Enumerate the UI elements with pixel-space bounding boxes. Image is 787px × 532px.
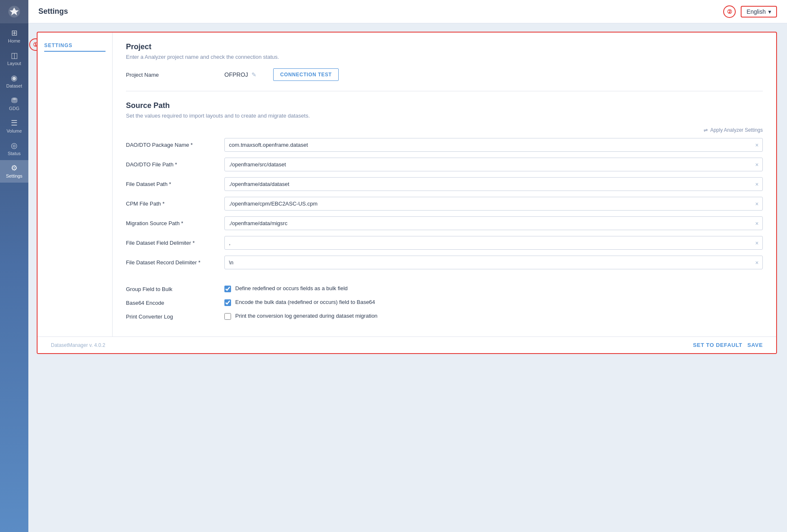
field-delimiter-label: File Dataset Field Delimiter * <box>126 240 218 246</box>
apply-analyzer-settings[interactable]: ⇌ Apply Analyzer Settings <box>126 127 763 133</box>
sidebar-item-label: Status <box>8 151 20 156</box>
source-path-section-title: Source Path <box>126 101 763 110</box>
base64-encode-checkbox[interactable] <box>224 299 231 306</box>
dropdown-arrow-icon: ▾ <box>768 8 771 15</box>
language-selector[interactable]: English ▾ <box>741 6 777 18</box>
dataset-icon: ◉ <box>11 74 18 82</box>
footer-buttons: SET TO DEFAULT SAVE <box>693 342 763 348</box>
left-nav: SETTINGS <box>38 33 113 336</box>
file-dataset-path-row: File Dataset Path * × <box>126 177 763 191</box>
group-field-bulk-label: Group Field to Bulk <box>126 285 218 292</box>
print-converter-log-checkbox[interactable] <box>224 313 231 320</box>
main-area: Settings ② English ▾ ① SETTINGS <box>28 0 787 532</box>
connection-test-button[interactable]: CONNECTION TEST <box>273 68 339 81</box>
settings-content: Project Enter a Analyzer project name an… <box>113 33 776 336</box>
sidebar-logo <box>0 0 28 23</box>
settings-icon: ⚙ <box>11 164 18 172</box>
group-field-bulk-desc: Define redefined or occurs fields as a b… <box>235 285 348 291</box>
migration-source-path-label: Migration Source Path * <box>126 220 218 226</box>
sidebar-item-home[interactable]: ⊞ Home <box>0 25 28 48</box>
print-converter-log-desc: Print the conversion log generated durin… <box>235 313 377 319</box>
project-section-desc: Enter a Analyzer project name and check … <box>126 54 763 60</box>
migration-source-path-clear-icon[interactable]: × <box>755 221 759 226</box>
home-icon: ⊞ <box>11 29 18 37</box>
cpm-file-path-row: CPM File Path * × <box>126 197 763 211</box>
field-delimiter-input-wrap: × <box>224 236 763 250</box>
record-delimiter-label: File Dataset Record Delimiter * <box>126 259 218 266</box>
migration-source-path-input-wrap: × <box>224 216 763 230</box>
page-title: Settings <box>38 7 68 16</box>
group-field-bulk-right: Define redefined or occurs fields as a b… <box>224 285 348 292</box>
sidebar-item-label: Home <box>8 38 20 43</box>
file-dataset-path-input[interactable] <box>224 177 763 191</box>
sidebar-item-status[interactable]: ◎ Status <box>0 138 28 160</box>
set-to-default-button[interactable]: SET TO DEFAULT <box>693 342 742 348</box>
gdg-icon: ⛃ <box>11 97 18 104</box>
spacer <box>126 275 763 285</box>
cpm-file-path-input[interactable] <box>224 197 763 211</box>
base64-encode-row: Base64 Encode Encode the bulk data (rede… <box>126 299 763 306</box>
topbar: Settings ② English ▾ <box>28 0 787 23</box>
edit-project-name-icon[interactable]: ✎ <box>251 71 256 78</box>
dao-dto-filepath-clear-icon[interactable]: × <box>755 162 759 168</box>
field-delimiter-input[interactable] <box>224 236 763 250</box>
base64-encode-desc: Encode the bulk data (redefined or occur… <box>235 299 375 305</box>
layout-icon: ◫ <box>11 52 18 59</box>
record-delimiter-input-wrap: × <box>224 256 763 269</box>
sidebar-item-label: GDG <box>9 106 19 111</box>
project-name-value-group: OFPROJ ✎ CONNECTION TEST <box>224 68 339 81</box>
project-name-row: Project Name OFPROJ ✎ CONNECTION TEST <box>126 68 763 81</box>
apply-analyzer-icon: ⇌ <box>704 127 708 133</box>
panel-footer: DatasetManager v. 4.0.2 SET TO DEFAULT S… <box>38 336 776 353</box>
badge-2: ② <box>723 5 736 18</box>
dao-dto-package-label: DAO/DTO Package Name * <box>126 142 218 148</box>
dao-dto-package-row: DAO/DTO Package Name * × <box>126 138 763 152</box>
project-name-value: OFPROJ <box>224 71 248 78</box>
sidebar-item-layout[interactable]: ◫ Layout <box>0 48 28 70</box>
dao-dto-filepath-input-wrap: × <box>224 158 763 171</box>
field-delimiter-row: File Dataset Field Delimiter * × <box>126 236 763 250</box>
dao-dto-filepath-label: DAO/DTO File Path * <box>126 161 218 168</box>
migration-source-path-row: Migration Source Path * × <box>126 216 763 230</box>
dao-dto-package-input-wrap: × <box>224 138 763 152</box>
cpm-file-path-input-wrap: × <box>224 197 763 211</box>
base64-encode-label: Base64 Encode <box>126 299 218 306</box>
sidebar: ⊞ Home ◫ Layout ◉ Dataset ⛃ GDG ☰ Volume… <box>0 0 28 532</box>
version-label: DatasetManager v. 4.0.2 <box>51 342 106 348</box>
main-panel: SETTINGS Project Enter a Analyzer projec… <box>37 32 777 354</box>
status-icon: ◎ <box>11 142 18 149</box>
save-button[interactable]: SAVE <box>747 342 763 348</box>
panel-inner: SETTINGS Project Enter a Analyzer projec… <box>38 33 776 336</box>
dao-dto-package-input[interactable] <box>224 138 763 152</box>
record-delimiter-row: File Dataset Record Delimiter * × <box>126 256 763 269</box>
sidebar-item-gdg[interactable]: ⛃ GDG <box>0 93 28 115</box>
volume-icon: ☰ <box>11 119 18 127</box>
record-delimiter-clear-icon[interactable]: × <box>755 260 759 266</box>
migration-source-path-input[interactable] <box>224 216 763 230</box>
group-field-bulk-row: Group Field to Bulk Define redefined or … <box>126 285 763 292</box>
section-divider-1 <box>126 91 763 91</box>
file-dataset-path-input-wrap: × <box>224 177 763 191</box>
group-field-bulk-checkbox[interactable] <box>224 286 231 292</box>
dao-dto-filepath-row: DAO/DTO File Path * × <box>126 158 763 171</box>
print-converter-log-row: Print Converter Log Print the conversion… <box>126 313 763 320</box>
field-delimiter-clear-icon[interactable]: × <box>755 240 759 246</box>
source-path-section-desc: Set the values required to import layout… <box>126 113 763 119</box>
print-converter-log-label: Print Converter Log <box>126 313 218 320</box>
apply-analyzer-label: Apply Analyzer Settings <box>710 127 763 133</box>
base64-encode-right: Encode the bulk data (redefined or occur… <box>224 299 375 306</box>
content-area: ① SETTINGS Project Enter a Analyzer proj… <box>28 23 787 532</box>
project-name-label: Project Name <box>126 72 218 78</box>
sidebar-item-volume[interactable]: ☰ Volume <box>0 115 28 138</box>
file-dataset-path-clear-icon[interactable]: × <box>755 181 759 187</box>
sidebar-item-dataset[interactable]: ◉ Dataset <box>0 70 28 93</box>
sidebar-item-label: Volume <box>7 128 22 133</box>
sidebar-item-settings[interactable]: ⚙ Settings <box>0 160 28 183</box>
cpm-file-path-label: CPM File Path * <box>126 201 218 207</box>
dao-dto-package-clear-icon[interactable]: × <box>755 142 759 148</box>
cpm-file-path-clear-icon[interactable]: × <box>755 201 759 207</box>
record-delimiter-input[interactable] <box>224 256 763 269</box>
language-label: English <box>747 8 766 15</box>
dao-dto-filepath-input[interactable] <box>224 158 763 171</box>
left-nav-settings-label[interactable]: SETTINGS <box>44 43 106 52</box>
